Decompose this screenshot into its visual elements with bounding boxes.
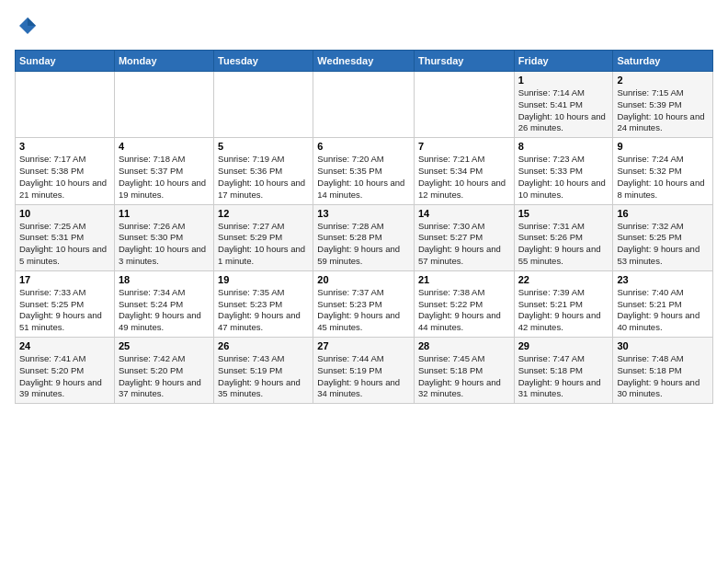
calendar-cell: 14Sunrise: 7:30 AMSunset: 5:27 PMDayligh… [414, 204, 514, 270]
day-info: Sunrise: 7:40 AMSunset: 5:21 PMDaylight:… [617, 287, 709, 334]
calendar-cell: 27Sunrise: 7:44 AMSunset: 5:19 PMDayligh… [313, 338, 415, 404]
day-number: 27 [317, 340, 410, 351]
day-header-tuesday: Tuesday [214, 51, 313, 72]
day-info: Sunrise: 7:33 AMSunset: 5:25 PMDaylight:… [19, 287, 110, 334]
calendar-cell: 20Sunrise: 7:37 AMSunset: 5:23 PMDayligh… [313, 270, 415, 337]
calendar-cell: 26Sunrise: 7:43 AMSunset: 5:19 PMDayligh… [214, 338, 313, 404]
day-number: 11 [119, 208, 210, 219]
day-info: Sunrise: 7:47 AMSunset: 5:18 PMDaylight:… [518, 353, 609, 400]
day-number: 19 [218, 274, 309, 285]
calendar-cell: 5Sunrise: 7:19 AMSunset: 5:36 PMDaylight… [214, 138, 313, 204]
calendar-cell: 1Sunrise: 7:14 AMSunset: 5:41 PMDaylight… [514, 72, 613, 138]
calendar-cell: 3Sunrise: 7:17 AMSunset: 5:38 PMDaylight… [16, 138, 115, 204]
day-info: Sunrise: 7:27 AMSunset: 5:29 PMDaylight:… [218, 221, 309, 268]
calendar-week-3: 10Sunrise: 7:25 AMSunset: 5:31 PMDayligh… [16, 204, 713, 270]
day-number: 6 [317, 141, 410, 152]
calendar-cell: 25Sunrise: 7:42 AMSunset: 5:20 PMDayligh… [114, 338, 213, 404]
calendar-week-1: 1Sunrise: 7:14 AMSunset: 5:41 PMDaylight… [16, 72, 713, 138]
calendar-cell: 30Sunrise: 7:48 AMSunset: 5:18 PMDayligh… [613, 338, 713, 404]
calendar-cell: 28Sunrise: 7:45 AMSunset: 5:18 PMDayligh… [414, 338, 514, 404]
calendar-cell: 8Sunrise: 7:23 AMSunset: 5:33 PMDaylight… [514, 138, 613, 204]
day-info: Sunrise: 7:31 AMSunset: 5:26 PMDaylight:… [518, 221, 609, 268]
calendar-header-row: SundayMondayTuesdayWednesdayThursdayFrid… [16, 51, 713, 72]
day-info: Sunrise: 7:21 AMSunset: 5:34 PMDaylight:… [418, 154, 510, 201]
day-number: 4 [119, 141, 210, 152]
day-info: Sunrise: 7:15 AMSunset: 5:39 PMDaylight:… [617, 87, 709, 134]
day-info: Sunrise: 7:41 AMSunset: 5:20 PMDaylight:… [19, 353, 110, 400]
day-info: Sunrise: 7:18 AMSunset: 5:37 PMDaylight:… [119, 154, 210, 201]
logo-icon [17, 15, 39, 37]
day-number: 21 [418, 274, 510, 285]
calendar-cell [214, 72, 313, 138]
day-info: Sunrise: 7:32 AMSunset: 5:25 PMDaylight:… [617, 221, 709, 268]
calendar-cell: 15Sunrise: 7:31 AMSunset: 5:26 PMDayligh… [514, 204, 613, 270]
day-number: 5 [218, 141, 309, 152]
calendar-cell: 29Sunrise: 7:47 AMSunset: 5:18 PMDayligh… [514, 338, 613, 404]
day-info: Sunrise: 7:26 AMSunset: 5:30 PMDaylight:… [119, 221, 210, 268]
calendar-cell: 12Sunrise: 7:27 AMSunset: 5:29 PMDayligh… [214, 204, 313, 270]
day-info: Sunrise: 7:25 AMSunset: 5:31 PMDaylight:… [19, 221, 110, 268]
day-info: Sunrise: 7:45 AMSunset: 5:18 PMDaylight:… [418, 353, 510, 400]
day-header-monday: Monday [114, 51, 213, 72]
calendar-cell [16, 72, 115, 138]
day-number: 1 [518, 75, 609, 86]
calendar-cell [114, 72, 213, 138]
calendar-cell: 17Sunrise: 7:33 AMSunset: 5:25 PMDayligh… [16, 270, 115, 337]
day-number: 14 [418, 208, 510, 219]
day-header-sunday: Sunday [16, 51, 115, 72]
day-info: Sunrise: 7:37 AMSunset: 5:23 PMDaylight:… [317, 287, 410, 334]
day-number: 17 [19, 274, 110, 285]
day-info: Sunrise: 7:44 AMSunset: 5:19 PMDaylight:… [317, 353, 410, 400]
calendar-week-4: 17Sunrise: 7:33 AMSunset: 5:25 PMDayligh… [16, 270, 713, 337]
calendar-cell: 21Sunrise: 7:38 AMSunset: 5:22 PMDayligh… [414, 270, 514, 337]
day-number: 16 [617, 208, 709, 219]
calendar-cell [313, 72, 415, 138]
day-info: Sunrise: 7:30 AMSunset: 5:27 PMDaylight:… [418, 221, 510, 268]
day-info: Sunrise: 7:28 AMSunset: 5:28 PMDaylight:… [317, 221, 410, 268]
calendar-cell: 24Sunrise: 7:41 AMSunset: 5:20 PMDayligh… [16, 338, 115, 404]
calendar-cell: 10Sunrise: 7:25 AMSunset: 5:31 PMDayligh… [16, 204, 115, 270]
calendar-cell: 6Sunrise: 7:20 AMSunset: 5:35 PMDaylight… [313, 138, 415, 204]
day-header-saturday: Saturday [613, 51, 713, 72]
day-number: 15 [518, 208, 609, 219]
day-number: 13 [317, 208, 410, 219]
day-number: 7 [418, 141, 510, 152]
calendar-cell: 23Sunrise: 7:40 AMSunset: 5:21 PMDayligh… [613, 270, 713, 337]
calendar-cell: 19Sunrise: 7:35 AMSunset: 5:23 PMDayligh… [214, 270, 313, 337]
day-number: 25 [119, 340, 210, 351]
day-number: 8 [518, 141, 609, 152]
day-number: 26 [218, 340, 309, 351]
calendar-cell: 11Sunrise: 7:26 AMSunset: 5:30 PMDayligh… [114, 204, 213, 270]
day-header-wednesday: Wednesday [313, 51, 415, 72]
day-info: Sunrise: 7:34 AMSunset: 5:24 PMDaylight:… [119, 287, 210, 334]
day-number: 22 [518, 274, 609, 285]
day-number: 24 [19, 340, 110, 351]
day-number: 20 [317, 274, 410, 285]
day-number: 18 [119, 274, 210, 285]
day-number: 10 [19, 208, 110, 219]
day-info: Sunrise: 7:17 AMSunset: 5:38 PMDaylight:… [19, 154, 110, 201]
calendar-cell: 4Sunrise: 7:18 AMSunset: 5:37 PMDaylight… [114, 138, 213, 204]
calendar-cell: 2Sunrise: 7:15 AMSunset: 5:39 PMDaylight… [613, 72, 713, 138]
day-header-friday: Friday [514, 51, 613, 72]
day-number: 23 [617, 274, 709, 285]
day-info: Sunrise: 7:20 AMSunset: 5:35 PMDaylight:… [317, 154, 410, 201]
calendar-cell: 13Sunrise: 7:28 AMSunset: 5:28 PMDayligh… [313, 204, 415, 270]
day-header-thursday: Thursday [414, 51, 514, 72]
day-info: Sunrise: 7:19 AMSunset: 5:36 PMDaylight:… [218, 154, 309, 201]
day-number: 12 [218, 208, 309, 219]
calendar-week-2: 3Sunrise: 7:17 AMSunset: 5:38 PMDaylight… [16, 138, 713, 204]
calendar-cell: 18Sunrise: 7:34 AMSunset: 5:24 PMDayligh… [114, 270, 213, 337]
day-number: 29 [518, 340, 609, 351]
day-number: 9 [617, 141, 709, 152]
day-info: Sunrise: 7:35 AMSunset: 5:23 PMDaylight:… [218, 287, 309, 334]
calendar-cell: 22Sunrise: 7:39 AMSunset: 5:21 PMDayligh… [514, 270, 613, 337]
logo [15, 15, 39, 40]
page: SundayMondayTuesdayWednesdayThursdayFrid… [0, 0, 728, 563]
day-number: 2 [617, 75, 709, 86]
calendar-cell: 16Sunrise: 7:32 AMSunset: 5:25 PMDayligh… [613, 204, 713, 270]
day-info: Sunrise: 7:48 AMSunset: 5:18 PMDaylight:… [617, 353, 709, 400]
calendar-table: SundayMondayTuesdayWednesdayThursdayFrid… [15, 50, 713, 404]
day-number: 30 [617, 340, 709, 351]
day-info: Sunrise: 7:43 AMSunset: 5:19 PMDaylight:… [218, 353, 309, 400]
